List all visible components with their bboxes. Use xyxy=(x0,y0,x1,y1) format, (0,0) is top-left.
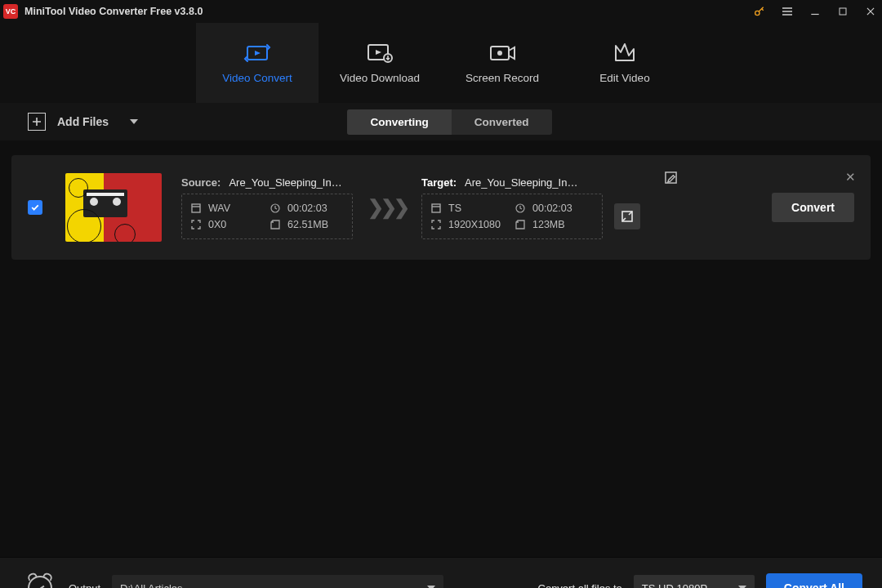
source-resolution: 0X0 xyxy=(190,219,265,230)
svg-rect-7 xyxy=(192,204,200,212)
clock-icon xyxy=(514,203,526,214)
size-icon xyxy=(270,219,281,230)
tab-screen-record[interactable]: Screen Record xyxy=(441,23,564,103)
tab-label: Screen Record xyxy=(466,72,539,84)
add-files-button[interactable]: Add Files xyxy=(28,113,138,131)
svg-point-6 xyxy=(497,51,502,56)
size-icon xyxy=(514,219,526,230)
plus-icon xyxy=(28,113,46,131)
resolution-icon xyxy=(190,219,202,230)
output-label: Output xyxy=(69,582,100,589)
tab-label: Video Download xyxy=(340,72,420,84)
target-filename: Are_You_Sleeping_In… xyxy=(465,176,577,189)
edit-target-icon[interactable] xyxy=(665,172,677,186)
format-icon xyxy=(190,203,202,214)
add-files-label: Add Files xyxy=(57,115,109,128)
tab-video-convert[interactable]: Video Convert xyxy=(196,23,318,103)
hamburger-menu-icon[interactable] xyxy=(781,5,794,18)
clock-icon xyxy=(270,203,281,214)
titlebar: VC MiniTool Video Converter Free v3.8.0 xyxy=(0,0,882,23)
tab-label: Video Convert xyxy=(222,72,292,84)
record-icon xyxy=(488,42,516,64)
tab-edit-video[interactable]: Edit Video xyxy=(564,23,686,103)
svg-point-0 xyxy=(755,11,760,15)
source-format: WAV xyxy=(190,203,265,214)
footer-bar: Output D:\All Articles Convert all files… xyxy=(0,557,882,588)
tab-label: Edit Video xyxy=(599,72,649,84)
convert-button[interactable]: Convert xyxy=(772,193,854,222)
row-checkbox[interactable] xyxy=(28,200,42,215)
status-segment: Converting Converted xyxy=(347,109,551,135)
target-label: Target: xyxy=(421,176,457,189)
svg-rect-1 xyxy=(840,8,846,15)
file-list: Source: Are_You_Sleeping_In… WAV 00:02:0… xyxy=(0,140,882,557)
convert-all-button[interactable]: Convert All xyxy=(766,573,862,588)
target-format: TS xyxy=(430,203,510,214)
app-title: MiniTool Video Converter Free v3.8.0 xyxy=(24,6,203,17)
target-format-value: TS HD 1080P xyxy=(642,582,707,589)
target-block: Target: Are_You_Sleeping_In… TS 00:02:03 xyxy=(421,176,640,239)
upgrade-key-icon[interactable] xyxy=(753,5,766,18)
schedule-icon[interactable] xyxy=(28,576,52,588)
minimize-icon[interactable] xyxy=(808,5,822,18)
target-resolution: 1920X1080 xyxy=(430,219,510,230)
format-icon xyxy=(430,203,442,214)
source-label: Source: xyxy=(181,176,220,189)
app-logo: VC xyxy=(3,4,18,19)
resolution-icon xyxy=(430,219,442,230)
main-tabs: Video Convert Video Download Screen Reco… xyxy=(0,23,882,103)
maximize-icon[interactable] xyxy=(836,5,849,18)
sub-toolbar: Add Files Converting Converted xyxy=(0,103,882,140)
convert-all-to-label: Convert all files to xyxy=(538,582,622,589)
thumbnail xyxy=(65,173,162,242)
output-path-value: D:\All Articles xyxy=(120,582,183,589)
target-size: 123MB xyxy=(514,219,594,230)
segment-converted[interactable]: Converted xyxy=(452,109,552,135)
arrow-icon: ❯❯❯ xyxy=(368,196,407,219)
file-row: Source: Are_You_Sleeping_In… WAV 00:02:0… xyxy=(11,155,871,260)
convert-icon xyxy=(243,42,271,64)
remove-row-icon[interactable]: ✕ xyxy=(845,170,856,185)
edit-video-icon xyxy=(611,42,639,64)
target-duration: 00:02:03 xyxy=(514,203,594,214)
source-block: Source: Are_You_Sleeping_In… WAV 00:02:0… xyxy=(181,176,353,239)
target-settings-button[interactable] xyxy=(614,203,640,229)
chevron-down-icon[interactable] xyxy=(130,119,138,124)
tab-video-download[interactable]: Video Download xyxy=(318,23,441,103)
close-icon[interactable] xyxy=(864,5,877,18)
segment-converting[interactable]: Converting xyxy=(347,109,451,135)
target-format-select[interactable]: TS HD 1080P xyxy=(634,575,755,588)
source-size: 62.51MB xyxy=(270,219,344,230)
download-icon xyxy=(366,42,394,64)
source-filename: Are_You_Sleeping_In… xyxy=(229,176,341,189)
svg-rect-9 xyxy=(432,204,440,212)
output-path-select[interactable]: D:\All Articles xyxy=(112,575,443,588)
source-duration: 00:02:03 xyxy=(270,203,344,214)
